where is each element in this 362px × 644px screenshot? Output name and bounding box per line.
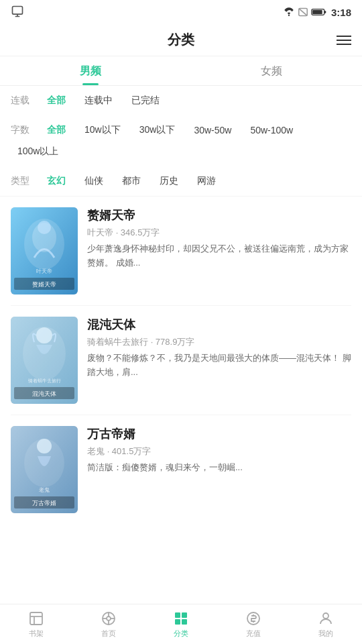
svg-text:骑着蜗牛去旅行: 骑着蜗牛去旅行 <box>28 378 61 383</box>
svg-rect-25 <box>30 612 42 625</box>
book-item-1[interactable]: 赘婿天帝 叶天帝 赘婿天帝 叶天帝 · 346.5万字 少年萧逸身怀神秘封印，却… <box>11 197 351 306</box>
book-desc-2: 废物？不能修炼？不，我乃是天地间最强大的体质——混沌天体！ 脚踏大地，肩... <box>87 352 351 380</box>
nav-mine[interactable]: 我的 <box>290 604 362 644</box>
book-cover-1: 赘婿天帝 叶天帝 <box>11 207 78 294</box>
serial-filter-row: 连载 全部 连载中 已完结 <box>11 86 351 115</box>
bottom-nav: 书架 首页 分类 <box>0 604 362 644</box>
genre-filter-xianxia[interactable]: 仙侠 <box>78 173 110 189</box>
book-info-1: 赘婿天帝 叶天帝 · 346.5万字 少年萧逸身怀神秘封印，却因父兄不公，被送往… <box>87 207 351 294</box>
wordcount-filter-lt30w[interactable]: 30w以下 <box>133 122 182 138</box>
wordcount-filter-lt10w[interactable]: 10w以下 <box>78 122 127 138</box>
genre-filter-label: 类型 <box>11 175 35 187</box>
category-icon <box>173 610 189 627</box>
status-bar: 3:18 <box>0 0 362 24</box>
recharge-icon <box>245 610 261 627</box>
wordcount-filter-row: 字数 全部 10w以下 30w以下 30w-50w 50w-100w 100w以… <box>11 115 351 166</box>
time-display: 3:18 <box>331 7 351 18</box>
book-title-2: 混沌天体 <box>87 317 351 333</box>
svg-text:老鬼: 老鬼 <box>39 487 50 493</box>
status-left-icon <box>11 5 24 20</box>
header: 分类 <box>0 24 362 56</box>
serial-filter-finished[interactable]: 已完结 <box>125 93 166 109</box>
book-title-3: 万古帝婿 <box>87 426 351 442</box>
svg-point-41 <box>323 613 328 619</box>
shelf-icon <box>28 610 44 627</box>
svg-rect-0 <box>13 6 23 14</box>
book-info-3: 万古帝婿 老鬼 · 401.5万字 简洁版：痴傻赘婿，魂归来兮，一朝崛... <box>87 426 351 513</box>
nav-shelf[interactable]: 书架 <box>0 604 72 644</box>
svg-text:赘婿天帝: 赘婿天帝 <box>32 281 56 288</box>
svg-rect-34 <box>175 612 180 618</box>
nav-recharge[interactable]: 充值 <box>217 604 290 644</box>
svg-rect-35 <box>182 612 187 618</box>
svg-text:万古帝婿: 万古帝婿 <box>32 500 56 506</box>
tab-male[interactable]: 男频 <box>0 56 181 85</box>
wordcount-filter-50w100w[interactable]: 50w-100w <box>243 123 300 138</box>
status-icons <box>283 7 327 17</box>
genre-filter-wangyou[interactable]: 网游 <box>190 173 223 189</box>
svg-rect-5 <box>312 10 322 14</box>
svg-line-2 <box>299 9 307 16</box>
book-item-3[interactable]: 万古帝婿 老鬼 万古帝婿 老鬼 · 401.5万字 简洁版：痴傻赘婿，魂归来兮，… <box>11 415 351 524</box>
book-cover-2: 混沌天体 骑着蜗牛去旅行 <box>11 317 78 404</box>
svg-point-9 <box>38 221 51 234</box>
filter-section: 连载 全部 连载中 已完结 字数 全部 10w以下 30w以下 30w-50w … <box>0 86 362 197</box>
svg-text:混沌天体: 混沌天体 <box>32 390 56 397</box>
svg-point-29 <box>107 616 111 621</box>
page-title: 分类 <box>168 31 194 49</box>
wordcount-filter-label: 字数 <box>11 124 35 136</box>
svg-text:叶天帝: 叶天帝 <box>36 268 52 274</box>
mine-icon <box>318 610 334 627</box>
book-cover-3: 万古帝婿 老鬼 <box>11 426 78 513</box>
gender-tabs: 男频 女频 <box>0 56 362 86</box>
book-info-2: 混沌天体 骑着蜗牛去旅行 · 778.9万字 废物？不能修炼？不，我乃是天地间最… <box>87 317 351 404</box>
nav-category[interactable]: 分类 <box>145 604 217 644</box>
svg-rect-4 <box>324 11 326 13</box>
book-list: 赘婿天帝 叶天帝 赘婿天帝 叶天帝 · 346.5万字 少年萧逸身怀神秘封印，却… <box>0 197 362 524</box>
wordcount-filter-30w50w[interactable]: 30w-50w <box>187 123 238 138</box>
book-meta-2: 骑着蜗牛去旅行 · 778.9万字 <box>87 336 351 348</box>
tab-female[interactable]: 女频 <box>181 56 362 85</box>
menu-button[interactable] <box>337 36 351 45</box>
nav-home[interactable]: 首页 <box>72 604 145 644</box>
book-desc-3: 简洁版：痴傻赘婿，魂归来兮，一朝崛... <box>87 461 351 475</box>
serial-filter-label: 连载 <box>11 95 35 107</box>
book-desc-1: 少年萧逸身怀神秘封印，却因父兄不公，被送往偏远南荒，成为方家赘婿。 成婚... <box>87 242 351 270</box>
status-right: 3:18 <box>283 7 351 18</box>
wordcount-filter-gt100w[interactable]: 100w以上 <box>11 144 65 160</box>
svg-rect-37 <box>182 619 187 625</box>
home-icon <box>101 610 117 627</box>
genre-filter-lishi[interactable]: 历史 <box>153 173 185 189</box>
book-item-2[interactable]: 混沌天体 骑着蜗牛去旅行 混沌天体 骑着蜗牛去旅行 · 778.9万字 废物？不… <box>11 306 351 415</box>
book-title-1: 赘婿天帝 <box>87 207 351 223</box>
serial-filter-ongoing[interactable]: 连载中 <box>78 93 119 109</box>
svg-rect-36 <box>175 619 180 625</box>
svg-point-21 <box>37 439 52 453</box>
genre-filter-row: 类型 玄幻 仙侠 都市 历史 网游 <box>11 166 351 196</box>
svg-point-15 <box>36 327 52 343</box>
serial-filter-all[interactable]: 全部 <box>40 93 72 109</box>
book-meta-3: 老鬼 · 401.5万字 <box>87 445 351 458</box>
book-meta-1: 叶天帝 · 346.5万字 <box>87 227 351 239</box>
wordcount-filter-all[interactable]: 全部 <box>40 122 72 138</box>
genre-filter-xuanhuan[interactable]: 玄幻 <box>40 173 72 189</box>
genre-filter-dushi[interactable]: 都市 <box>115 173 147 189</box>
